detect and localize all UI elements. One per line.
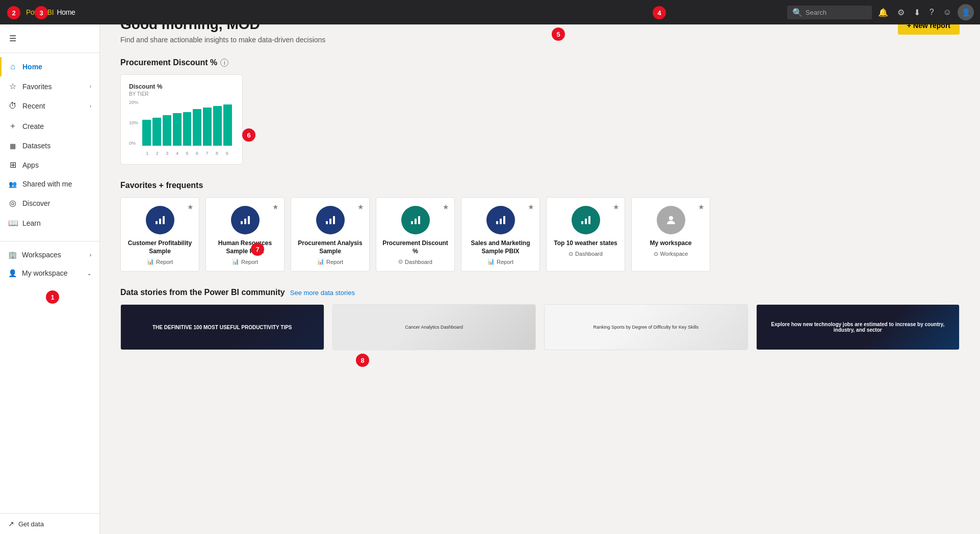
chevron-right-icon2: ›	[90, 103, 91, 109]
favorites-section: Favorites + frequents ★ Customer Profita…	[120, 181, 960, 272]
power-bi-logo: Power BIHome	[23, 8, 75, 17]
chart-area: 20% 10% 0% 123456789	[129, 100, 234, 156]
chart-bar	[152, 118, 161, 146]
chart-x-label: 4	[176, 151, 178, 156]
sidebar-item-learn[interactable]: 📖 Learn	[0, 213, 99, 233]
procurement-chart-card[interactable]: Discount % BY TIER 20% 10% 0% 123456789	[120, 74, 243, 165]
bars-area	[142, 100, 232, 146]
community-section: Data stories from the Power BI community…	[120, 288, 960, 350]
fav-name: Procurement Analysis Sample	[297, 239, 363, 255]
fav-type: ⊙ Dashboard	[569, 251, 603, 257]
favorites-grid: ★ Customer Profitability Sample 📊 Report…	[120, 197, 960, 272]
download-icon[interactable]: ⬇	[911, 5, 923, 20]
favorite-star[interactable]: ★	[528, 203, 534, 211]
fav-type: ⊙ Workspace	[654, 251, 688, 257]
svg-rect-12	[496, 221, 498, 224]
favorite-card[interactable]: ★ My workspace ⊙ Workspace	[631, 197, 710, 272]
svg-rect-5	[248, 216, 250, 224]
svg-rect-17	[588, 216, 590, 224]
sidebar-workspaces[interactable]: 🏢 Workspaces ›	[0, 246, 99, 264]
fav-type: 📊 Report	[147, 258, 173, 265]
workspaces-label: Workspaces	[22, 251, 61, 259]
favorite-star[interactable]: ★	[272, 203, 279, 211]
svg-rect-10	[415, 219, 417, 224]
sidebar-item-favorites[interactable]: ☆ Favorites ›	[0, 76, 99, 96]
fav-icon	[146, 206, 174, 234]
fav-type-icon: ⊙	[398, 258, 403, 265]
community-card[interactable]: Cancer Analytics Dashboard	[332, 304, 536, 350]
community-card-text: Explore how new technology jobs are esti…	[757, 317, 960, 337]
fav-name: Customer Profitability Sample	[127, 239, 193, 255]
svg-rect-8	[333, 216, 335, 224]
sidebar-item-apps[interactable]: ⊞ Apps	[0, 155, 99, 175]
favorite-card[interactable]: ★ Customer Profitability Sample 📊 Report	[120, 197, 199, 272]
see-more-link[interactable]: See more data stories	[290, 289, 355, 297]
fav-name: Top 10 weather states	[554, 239, 617, 248]
fav-icon	[231, 206, 260, 234]
sidebar-favorites-label: Favorites	[22, 83, 52, 91]
chevron-down-myworkspace: ⌄	[87, 271, 91, 276]
svg-rect-3	[241, 221, 243, 224]
svg-rect-11	[418, 216, 420, 224]
svg-rect-7	[329, 219, 331, 224]
favorite-star[interactable]: ★	[443, 203, 449, 211]
sidebar-item-datasets[interactable]: ▦ Datasets	[0, 137, 99, 155]
discover-icon: ◎	[8, 198, 17, 208]
home-tab[interactable]: Home	[57, 8, 75, 16]
home-icon: ⌂	[8, 62, 17, 71]
datasets-icon: ▦	[8, 142, 17, 150]
sidebar-item-recent[interactable]: ⏱ Recent ›	[0, 96, 99, 116]
workspaces-icon: 🏢	[8, 251, 17, 259]
feedback-icon[interactable]: ☺	[940, 5, 955, 20]
hamburger-icon: ☰	[8, 34, 17, 43]
chart-bar	[193, 109, 201, 146]
sidebar-myworkspace[interactable]: 👤 My workspace ⌄	[0, 264, 99, 282]
notification-icon[interactable]: 🔔	[875, 5, 891, 20]
sidebar-item-create[interactable]: ＋ Create	[0, 116, 99, 137]
user-avatar[interactable]: 👤	[958, 4, 974, 20]
info-icon[interactable]: i	[220, 59, 228, 67]
sidebar-item-home[interactable]: ⌂ Home	[0, 57, 99, 76]
favorite-card[interactable]: ★ Procurement Discount % ⊙ Dashboard	[376, 197, 455, 272]
fav-name: Sales and Marketing Sample PBIX	[468, 239, 533, 255]
fav-type: ⊙ Dashboard	[398, 258, 432, 265]
topbar-actions: 🔍 🔔 ⚙ ⬇ ? ☺ 👤	[787, 4, 974, 20]
svg-rect-0	[156, 221, 158, 224]
chart-x-labels: 123456789	[142, 151, 232, 156]
help-icon[interactable]: ?	[926, 5, 937, 20]
procurement-section-title: Procurement Discount % i	[120, 58, 960, 67]
shared-icon: 👥	[8, 180, 17, 188]
fav-type: 📊 Report	[232, 258, 258, 265]
fav-icon	[486, 206, 515, 234]
procurement-title-text: Procurement Discount %	[120, 58, 217, 67]
favorite-card[interactable]: ★ Procurement Analysis Sample 📊 Report	[291, 197, 370, 272]
sidebar-shared-label: Shared with me	[22, 180, 72, 188]
search-input[interactable]	[806, 9, 867, 16]
favorites-title-text: Favorites + frequents	[120, 181, 203, 190]
grid-menu-icon[interactable]: ⠿	[6, 5, 17, 20]
search-box[interactable]: 🔍	[787, 6, 872, 19]
favorite-card[interactable]: ★ Top 10 weather states ⊙ Dashboard	[546, 197, 625, 272]
apps-icon: ⊞	[8, 160, 17, 170]
favorite-card[interactable]: ★ Human Resources Sample PBIX 📊 Report	[205, 197, 285, 272]
sidebar-apps-label: Apps	[22, 161, 39, 169]
sidebar-toggle[interactable]: ☰	[0, 29, 99, 48]
topbar: ⠿ Power BIHome 🔍 🔔 ⚙ ⬇ ? ☺ 👤	[0, 0, 980, 24]
chart-bar	[142, 120, 151, 146]
community-card[interactable]: THE DEFINITIVE 100 MOST USEFUL PRODUCTIV…	[120, 304, 324, 350]
chart-x-label: 6	[196, 151, 198, 156]
favorite-star[interactable]: ★	[357, 203, 364, 211]
fav-name: Procurement Discount %	[382, 239, 448, 255]
fav-type-icon: ⊙	[654, 251, 658, 257]
settings-icon[interactable]: ⚙	[894, 5, 908, 20]
favorite-card[interactable]: ★ Sales and Marketing Sample PBIX 📊 Repo…	[461, 197, 540, 272]
fav-icon	[572, 206, 600, 234]
fav-type-icon: 📊	[232, 258, 239, 265]
community-card[interactable]: Explore how new technology jobs are esti…	[756, 304, 960, 350]
sidebar-item-shared[interactable]: 👥 Shared with me	[0, 175, 99, 193]
favorite-star[interactable]: ★	[613, 203, 620, 211]
sidebar-item-discover[interactable]: ◎ Discover	[0, 193, 99, 213]
community-card[interactable]: Ranking Sports by Degree of Difficulty f…	[544, 304, 748, 350]
favorite-star[interactable]: ★	[187, 203, 194, 211]
favorite-star[interactable]: ★	[698, 203, 705, 211]
